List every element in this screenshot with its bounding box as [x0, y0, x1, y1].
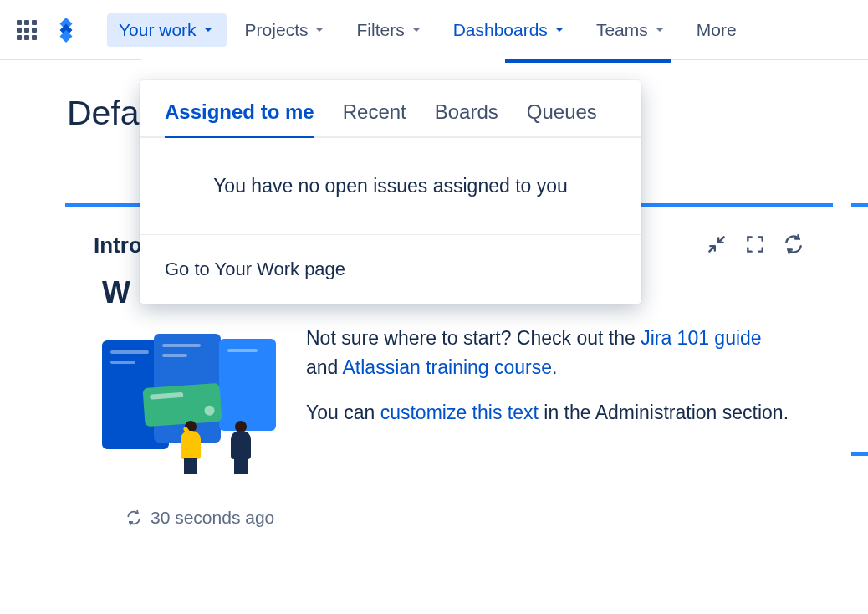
- gadget-right-partial: [851, 203, 868, 419]
- gadget-actions: [706, 233, 804, 258]
- text: Not sure where to start? Check out the: [306, 327, 641, 349]
- gadget-right-partial-2: [851, 452, 868, 468]
- tab-boards[interactable]: Boards: [435, 100, 498, 138]
- gadget-copy: Not sure where to start? Check out the J…: [306, 324, 796, 444]
- go-to-your-work-link[interactable]: Go to Your Work page: [140, 235, 641, 304]
- text: You can: [306, 402, 380, 423]
- tab-queues[interactable]: Queues: [527, 100, 597, 138]
- nav-more[interactable]: More: [685, 13, 748, 47]
- welcome-illustration: [102, 324, 279, 474]
- popover-tabs: Assigned to me Recent Boards Queues: [140, 80, 641, 138]
- text: .: [552, 356, 557, 378]
- your-work-popover: Assigned to me Recent Boards Queues You …: [140, 80, 641, 304]
- nav-active-indicator: [505, 59, 671, 63]
- refresh-icon[interactable]: [783, 233, 804, 258]
- nav-label: Your work: [119, 20, 197, 40]
- chevron-down-icon: [553, 23, 566, 37]
- customize-text-link[interactable]: customize this text: [380, 402, 539, 423]
- jira-101-link[interactable]: Jira 101 guide: [641, 327, 762, 349]
- text: and: [306, 356, 343, 378]
- tab-assigned-to-me[interactable]: Assigned to me: [165, 100, 314, 138]
- chevron-down-icon: [202, 23, 215, 37]
- chevron-down-icon: [313, 23, 326, 37]
- refresh-icon: [125, 509, 142, 526]
- nav-label: More: [697, 20, 737, 40]
- training-course-link[interactable]: Atlassian training course: [343, 356, 553, 378]
- nav-projects[interactable]: Projects: [233, 13, 339, 47]
- nav-label: Dashboards: [453, 20, 548, 40]
- nav-label: Projects: [245, 20, 309, 40]
- chevron-down-icon: [410, 23, 423, 37]
- app-switcher-icon[interactable]: [17, 20, 37, 40]
- gadget-title: Intro: [94, 233, 142, 258]
- top-nav: Your work Projects Filters Dashboards Te…: [0, 0, 868, 60]
- text: in the Administration section.: [539, 402, 789, 423]
- tab-recent[interactable]: Recent: [343, 100, 406, 138]
- minimize-icon[interactable]: [706, 233, 728, 258]
- maximize-icon[interactable]: [744, 233, 766, 258]
- gadget-body: W Not sure where to: [65, 275, 833, 553]
- nav-filters[interactable]: Filters: [345, 13, 434, 47]
- refresh-status: 30 seconds ago: [102, 474, 796, 528]
- nav-items: Your work Projects Filters Dashboards Te…: [107, 13, 748, 47]
- nav-dashboards[interactable]: Dashboards: [442, 13, 578, 47]
- jira-logo[interactable]: [54, 18, 79, 43]
- popover-empty-state: You have no open issues assigned to you: [140, 138, 641, 235]
- chevron-down-icon: [653, 23, 666, 37]
- gadget-content-row: Not sure where to start? Check out the J…: [102, 324, 796, 474]
- refresh-time: 30 seconds ago: [151, 508, 274, 528]
- nav-your-work[interactable]: Your work: [107, 13, 227, 47]
- nav-label: Teams: [596, 20, 648, 40]
- nav-label: Filters: [356, 20, 404, 40]
- nav-teams[interactable]: Teams: [585, 13, 678, 47]
